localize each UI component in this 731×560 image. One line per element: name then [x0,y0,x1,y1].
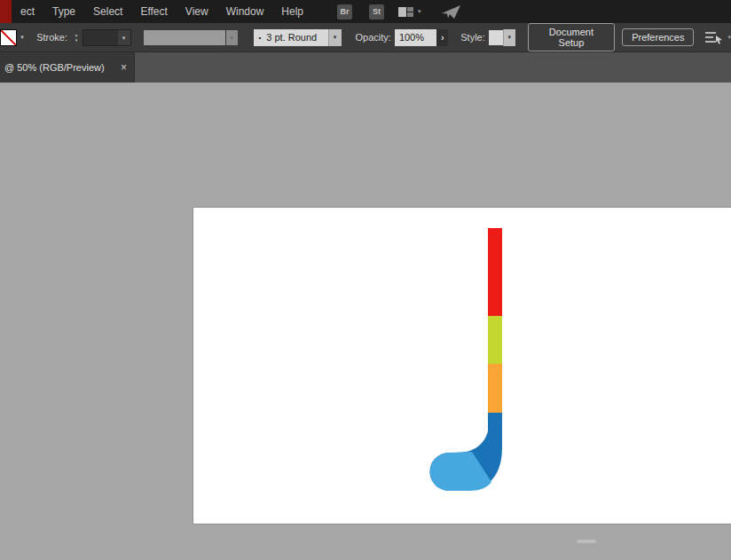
control-bar: ▾ Stroke: ▴ ▾ ▾ ▾ • 3 pt. Round ▾ Opacit… [0,23,731,52]
stick-shaft-orange-segment[interactable] [488,364,502,414]
opacity-options-icon[interactable]: › [436,29,448,46]
stick-shaft-red-segment[interactable] [488,228,502,316]
preferences-button[interactable]: Preferences [622,28,694,46]
stepper-down-icon: ▾ [75,37,78,43]
stick-shaft-green-segment[interactable] [488,316,502,364]
chevron-glyph: ▾ [507,34,511,41]
scrollbar-dash [577,540,596,543]
stroke-weight-stepper[interactable]: ▴ ▾ [72,29,81,46]
style-label: Style: [460,32,485,43]
menu-item-select[interactable]: Select [84,0,131,23]
menu-item-view[interactable]: View [177,0,217,23]
bridge-icon[interactable]: Br [337,4,352,20]
hockey-stick-artwork[interactable] [193,207,731,526]
brush-definition-dropdown[interactable]: • 3 pt. Round ▾ [254,29,342,46]
menu-item-help[interactable]: Help [272,0,312,23]
opacity-value: 100% [399,32,424,43]
document-setup-button[interactable]: Document Setup [528,23,615,51]
stroke-color-dropdown[interactable]: ▾ [17,29,28,46]
menu-item-type[interactable]: Type [43,0,84,23]
menu-bar: ect Type Select Effect View Window Help … [0,0,731,23]
brush-field[interactable]: • 3 pt. Round [254,29,328,46]
style-swatch[interactable] [489,30,503,45]
menu-item-window[interactable]: Window [217,0,273,23]
brush-preview-dot-icon: • [259,34,262,42]
close-icon[interactable]: × [121,62,127,73]
document-tab-title: @ 50% (RGB/Preview) [4,62,105,73]
document-tab-bar: @ 50% (RGB/Preview) × [0,52,731,83]
no-color-slash-icon [1,30,16,45]
chevron-glyph: ▾ [334,34,337,41]
stroke-weight-dropdown[interactable]: ▾ [83,29,130,46]
menu-item-object[interactable]: ect [12,0,43,23]
opacity-field[interactable]: 100% [395,29,436,46]
canvas-area[interactable] [0,83,731,560]
arrow-glyph: › [441,32,444,43]
stock-icon[interactable]: St [369,4,384,20]
chevron-down-icon: ▾ [727,34,731,41]
arrange-documents-icon [398,6,414,18]
chevron-down-icon[interactable]: ▾ [328,29,342,46]
stroke-label: Stroke: [36,32,67,43]
workspace-dropdown[interactable]: ▾ [704,30,731,44]
document-tab[interactable]: @ 50% (RGB/Preview) × [0,52,135,83]
width-profile-dropdown: ▾ [144,30,238,45]
app-accent-block [0,0,12,23]
share-icon[interactable] [441,4,462,20]
chevron-down-icon: ▾ [20,34,24,41]
brush-value: 3 pt. Round [266,32,317,43]
opacity-label: Opacity: [356,32,391,43]
menu-item-effect[interactable]: Effect [131,0,176,23]
chevron-down-icon: ▾ [418,8,421,15]
chevron-down-icon: ▾ [118,30,130,45]
stroke-color-swatch[interactable] [0,29,17,46]
style-dropdown[interactable]: ▾ [503,29,515,46]
artboard[interactable] [193,207,731,525]
width-profile-preview [144,30,225,45]
chevron-down-icon: ▾ [226,30,238,45]
workspace-icon [704,30,724,44]
arrange-documents-dropdown[interactable]: ▾ [398,6,421,18]
